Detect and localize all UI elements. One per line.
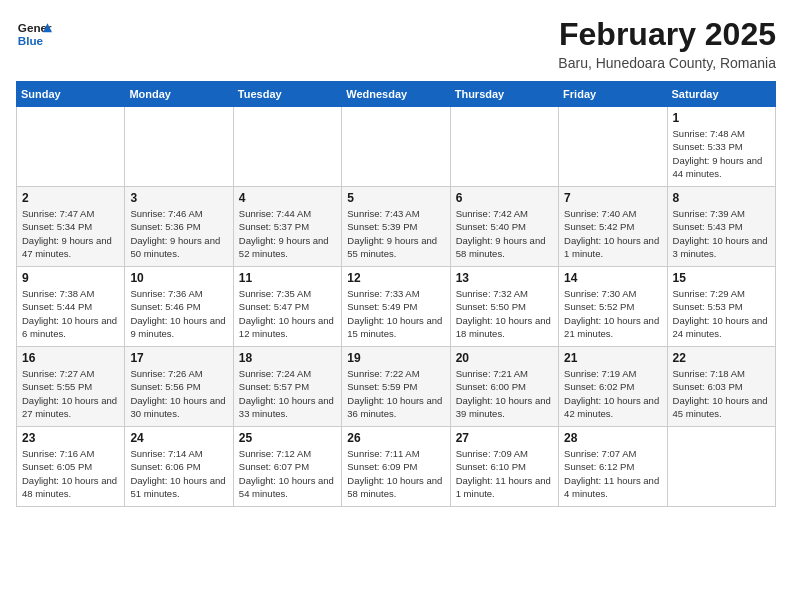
week-row-1: 2Sunrise: 7:47 AMSunset: 5:34 PMDaylight… (17, 187, 776, 267)
day-number: 18 (239, 351, 336, 365)
day-info: Sunrise: 7:42 AMSunset: 5:40 PMDaylight:… (456, 207, 553, 260)
day-info: Sunrise: 7:44 AMSunset: 5:37 PMDaylight:… (239, 207, 336, 260)
day-info: Sunrise: 7:11 AMSunset: 6:09 PMDaylight:… (347, 447, 444, 500)
day-number: 14 (564, 271, 661, 285)
day-info: Sunrise: 7:47 AMSunset: 5:34 PMDaylight:… (22, 207, 119, 260)
day-info: Sunrise: 7:32 AMSunset: 5:50 PMDaylight:… (456, 287, 553, 340)
day-info: Sunrise: 7:16 AMSunset: 6:05 PMDaylight:… (22, 447, 119, 500)
calendar-cell: 17Sunrise: 7:26 AMSunset: 5:56 PMDayligh… (125, 347, 233, 427)
calendar-cell: 4Sunrise: 7:44 AMSunset: 5:37 PMDaylight… (233, 187, 341, 267)
week-row-3: 16Sunrise: 7:27 AMSunset: 5:55 PMDayligh… (17, 347, 776, 427)
header-monday: Monday (125, 82, 233, 107)
header-thursday: Thursday (450, 82, 558, 107)
day-info: Sunrise: 7:36 AMSunset: 5:46 PMDaylight:… (130, 287, 227, 340)
calendar-cell (667, 427, 775, 507)
calendar-cell: 24Sunrise: 7:14 AMSunset: 6:06 PMDayligh… (125, 427, 233, 507)
day-info: Sunrise: 7:33 AMSunset: 5:49 PMDaylight:… (347, 287, 444, 340)
day-number: 16 (22, 351, 119, 365)
day-info: Sunrise: 7:24 AMSunset: 5:57 PMDaylight:… (239, 367, 336, 420)
calendar-cell: 3Sunrise: 7:46 AMSunset: 5:36 PMDaylight… (125, 187, 233, 267)
day-info: Sunrise: 7:21 AMSunset: 6:00 PMDaylight:… (456, 367, 553, 420)
header-wednesday: Wednesday (342, 82, 450, 107)
calendar-cell: 12Sunrise: 7:33 AMSunset: 5:49 PMDayligh… (342, 267, 450, 347)
calendar-cell: 14Sunrise: 7:30 AMSunset: 5:52 PMDayligh… (559, 267, 667, 347)
calendar-cell: 27Sunrise: 7:09 AMSunset: 6:10 PMDayligh… (450, 427, 558, 507)
calendar-cell: 16Sunrise: 7:27 AMSunset: 5:55 PMDayligh… (17, 347, 125, 427)
calendar-cell: 26Sunrise: 7:11 AMSunset: 6:09 PMDayligh… (342, 427, 450, 507)
week-row-0: 1Sunrise: 7:48 AMSunset: 5:33 PMDaylight… (17, 107, 776, 187)
calendar-cell: 23Sunrise: 7:16 AMSunset: 6:05 PMDayligh… (17, 427, 125, 507)
calendar-title: February 2025 (558, 16, 776, 53)
day-info: Sunrise: 7:09 AMSunset: 6:10 PMDaylight:… (456, 447, 553, 500)
day-number: 15 (673, 271, 770, 285)
day-number: 22 (673, 351, 770, 365)
calendar-cell: 19Sunrise: 7:22 AMSunset: 5:59 PMDayligh… (342, 347, 450, 427)
calendar-cell (233, 107, 341, 187)
calendar-cell: 7Sunrise: 7:40 AMSunset: 5:42 PMDaylight… (559, 187, 667, 267)
calendar-cell: 22Sunrise: 7:18 AMSunset: 6:03 PMDayligh… (667, 347, 775, 427)
day-number: 8 (673, 191, 770, 205)
day-info: Sunrise: 7:19 AMSunset: 6:02 PMDaylight:… (564, 367, 661, 420)
calendar-subtitle: Baru, Hunedoara County, Romania (558, 55, 776, 71)
calendar-cell: 5Sunrise: 7:43 AMSunset: 5:39 PMDaylight… (342, 187, 450, 267)
day-number: 27 (456, 431, 553, 445)
day-info: Sunrise: 7:27 AMSunset: 5:55 PMDaylight:… (22, 367, 119, 420)
header: General Blue February 2025 Baru, Hunedoa… (16, 16, 776, 71)
day-number: 3 (130, 191, 227, 205)
calendar-cell: 18Sunrise: 7:24 AMSunset: 5:57 PMDayligh… (233, 347, 341, 427)
day-number: 24 (130, 431, 227, 445)
header-sunday: Sunday (17, 82, 125, 107)
calendar-cell (125, 107, 233, 187)
calendar-cell: 21Sunrise: 7:19 AMSunset: 6:02 PMDayligh… (559, 347, 667, 427)
day-info: Sunrise: 7:07 AMSunset: 6:12 PMDaylight:… (564, 447, 661, 500)
calendar-cell (450, 107, 558, 187)
day-number: 10 (130, 271, 227, 285)
day-number: 2 (22, 191, 119, 205)
day-info: Sunrise: 7:12 AMSunset: 6:07 PMDaylight:… (239, 447, 336, 500)
day-number: 26 (347, 431, 444, 445)
day-info: Sunrise: 7:29 AMSunset: 5:53 PMDaylight:… (673, 287, 770, 340)
day-number: 25 (239, 431, 336, 445)
header-friday: Friday (559, 82, 667, 107)
calendar-cell: 8Sunrise: 7:39 AMSunset: 5:43 PMDaylight… (667, 187, 775, 267)
header-saturday: Saturday (667, 82, 775, 107)
day-number: 11 (239, 271, 336, 285)
day-number: 19 (347, 351, 444, 365)
calendar-cell: 28Sunrise: 7:07 AMSunset: 6:12 PMDayligh… (559, 427, 667, 507)
week-row-2: 9Sunrise: 7:38 AMSunset: 5:44 PMDaylight… (17, 267, 776, 347)
day-info: Sunrise: 7:14 AMSunset: 6:06 PMDaylight:… (130, 447, 227, 500)
logo: General Blue (16, 16, 52, 52)
calendar-cell: 1Sunrise: 7:48 AMSunset: 5:33 PMDaylight… (667, 107, 775, 187)
day-info: Sunrise: 7:39 AMSunset: 5:43 PMDaylight:… (673, 207, 770, 260)
day-number: 23 (22, 431, 119, 445)
calendar-cell: 9Sunrise: 7:38 AMSunset: 5:44 PMDaylight… (17, 267, 125, 347)
day-number: 28 (564, 431, 661, 445)
day-info: Sunrise: 7:43 AMSunset: 5:39 PMDaylight:… (347, 207, 444, 260)
calendar-cell: 10Sunrise: 7:36 AMSunset: 5:46 PMDayligh… (125, 267, 233, 347)
day-info: Sunrise: 7:30 AMSunset: 5:52 PMDaylight:… (564, 287, 661, 340)
days-header-row: SundayMondayTuesdayWednesdayThursdayFrid… (17, 82, 776, 107)
day-info: Sunrise: 7:40 AMSunset: 5:42 PMDaylight:… (564, 207, 661, 260)
week-row-4: 23Sunrise: 7:16 AMSunset: 6:05 PMDayligh… (17, 427, 776, 507)
calendar-cell (559, 107, 667, 187)
day-number: 17 (130, 351, 227, 365)
calendar-cell (17, 107, 125, 187)
day-info: Sunrise: 7:35 AMSunset: 5:47 PMDaylight:… (239, 287, 336, 340)
day-info: Sunrise: 7:22 AMSunset: 5:59 PMDaylight:… (347, 367, 444, 420)
calendar-cell: 11Sunrise: 7:35 AMSunset: 5:47 PMDayligh… (233, 267, 341, 347)
calendar-cell (342, 107, 450, 187)
title-area: February 2025 Baru, Hunedoara County, Ro… (558, 16, 776, 71)
header-tuesday: Tuesday (233, 82, 341, 107)
day-info: Sunrise: 7:18 AMSunset: 6:03 PMDaylight:… (673, 367, 770, 420)
day-info: Sunrise: 7:48 AMSunset: 5:33 PMDaylight:… (673, 127, 770, 180)
day-number: 4 (239, 191, 336, 205)
day-number: 1 (673, 111, 770, 125)
day-info: Sunrise: 7:26 AMSunset: 5:56 PMDaylight:… (130, 367, 227, 420)
day-info: Sunrise: 7:38 AMSunset: 5:44 PMDaylight:… (22, 287, 119, 340)
calendar-cell: 6Sunrise: 7:42 AMSunset: 5:40 PMDaylight… (450, 187, 558, 267)
day-number: 21 (564, 351, 661, 365)
day-number: 7 (564, 191, 661, 205)
calendar-cell: 20Sunrise: 7:21 AMSunset: 6:00 PMDayligh… (450, 347, 558, 427)
calendar-cell: 2Sunrise: 7:47 AMSunset: 5:34 PMDaylight… (17, 187, 125, 267)
day-number: 6 (456, 191, 553, 205)
